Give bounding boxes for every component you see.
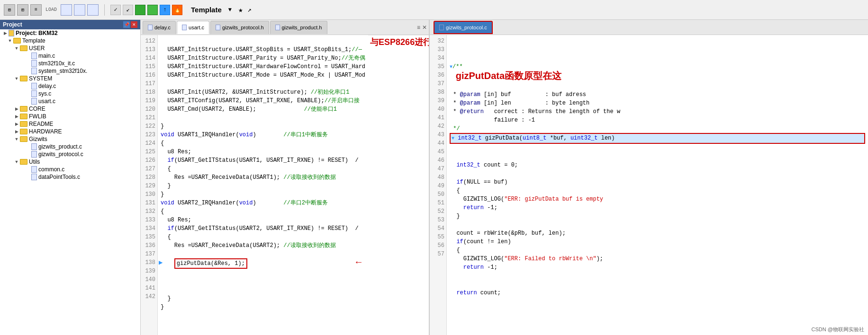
line-131: { — [161, 208, 164, 215]
expander-system[interactable]: ▼ — [13, 75, 20, 82]
toolbar-btn-down[interactable]: ↙ — [123, 5, 133, 15]
tree-item-core[interactable]: ▶ CORE — [0, 105, 140, 113]
right-line-50: count = rbWrite(&pRb, buf, len); — [450, 230, 566, 237]
gizwits-folder-icon — [20, 136, 27, 142]
tree-item-main-c[interactable]: main.c — [0, 52, 140, 60]
gizwits-protocol-icon — [31, 151, 37, 158]
tab-gizwits-product-h[interactable]: gizwits_product.h — [270, 21, 327, 34]
toolbar-separator — [104, 4, 105, 16]
toolbar-icon-file3[interactable] — [87, 4, 99, 16]
delay-c-tab-icon — [148, 25, 153, 30]
tab-delay-c[interactable]: delay.c — [143, 21, 176, 34]
template-label: Template — [22, 37, 45, 44]
right-line-38: failure : -1 — [450, 117, 535, 123]
toolbar-btn-cursor[interactable]: ↗ — [248, 6, 252, 14]
right-line-34-annotation: gizPutData函数原型在这 — [450, 71, 865, 82]
readme-folder-icon — [20, 121, 27, 127]
usart-c-icon — [31, 98, 37, 105]
tree-item-system[interactable]: ▼ SYSTEM — [0, 75, 140, 82]
template-folder-icon — [13, 38, 21, 44]
tree-item-gizwits-protocol[interactable]: gizwits_protocol.c — [0, 150, 140, 158]
expander-gizwits[interactable]: ▼ — [13, 136, 20, 142]
line-112: USART_InitStructure.USART_StopBits = USA… — [161, 46, 362, 53]
watermark-text: CSDN @物联网实验社 — [812, 326, 864, 332]
gizwits-label: Gizwits — [29, 136, 47, 142]
tree-item-datapoint-c[interactable]: dataPointTools.c — [0, 173, 140, 181]
tree-item-stm32-it[interactable]: stm32f10x_it.c — [0, 60, 140, 67]
tree-item-user[interactable]: ▼ USER — [0, 44, 140, 52]
tree-item-project-root[interactable]: ▶ Project: BKM32 — [0, 29, 140, 37]
toolbar-btn-flame[interactable]: 🔥 — [172, 5, 182, 15]
toolbar-icon-file2[interactable] — [74, 4, 85, 16]
toolbar-icon-stack[interactable]: ≡ — [30, 4, 42, 16]
datapoint-c-label: dataPointTools.c — [38, 174, 80, 180]
right-line-44: if(NULL == buf) — [450, 179, 507, 185]
tree-item-usart-c[interactable]: usart.c — [0, 97, 140, 105]
right-line-numbers: 3233343536373839404142434445464748495051… — [430, 35, 447, 335]
tree-item-hardware[interactable]: ▶ HARDWARE — [0, 128, 140, 135]
tab-close-btn[interactable]: ✕ — [422, 24, 427, 31]
expander-utils[interactable]: ▼ — [13, 159, 20, 165]
tab-gizwits-protocol-h[interactable]: gizwits_protocol.h — [210, 21, 269, 34]
toolbar-icon-grid2[interactable]: ⊞ — [17, 4, 28, 16]
tab-usart-c[interactable]: usart.c — [177, 21, 209, 34]
right-code-content: ▼/** gizPutData函数原型在这 * @param [in] buf … — [447, 35, 868, 335]
toolbar-icon-grid1[interactable]: ⊞ — [4, 4, 15, 16]
right-line-56 — [450, 281, 453, 288]
gizwits-protocol-h-tab-icon — [216, 25, 220, 30]
expander-hardware[interactable]: ▶ — [13, 128, 20, 135]
left-arrow-indicator: ▶ — [159, 258, 163, 266]
tab-list-btn[interactable]: ≡ — [417, 24, 420, 31]
sidebar-pin-btn[interactable]: 📌 — [123, 21, 130, 28]
expander-user[interactable]: ▼ — [13, 45, 20, 52]
expander-fwlib[interactable]: ▶ — [13, 113, 20, 120]
toolbar-btn-star[interactable]: ★ — [238, 5, 243, 15]
tab-bar-actions: ≡ ✕ — [417, 24, 427, 31]
tree-item-delay-c[interactable]: delay.c — [0, 82, 140, 90]
tree-item-template[interactable]: ▼ Template — [0, 37, 140, 44]
toolbar-btn-green2[interactable] — [147, 5, 158, 15]
tab-gizwits-protocol-c[interactable]: gizwits_protocol.c — [434, 21, 493, 34]
toolbar-icon-file1[interactable] — [61, 4, 72, 16]
annotation-arrow: ← — [356, 258, 362, 267]
expander-core[interactable]: ▶ — [13, 106, 20, 112]
tree-item-utils[interactable]: ▼ Utils — [0, 158, 140, 166]
main-c-icon — [31, 53, 37, 59]
expander-template[interactable]: ▼ — [7, 37, 13, 44]
gizwits-product-h-tab-icon — [275, 25, 280, 30]
utils-label: Utils — [29, 159, 40, 165]
tree-item-readme[interactable]: ▶ README — [0, 120, 140, 128]
tree-item-gizwits-product[interactable]: gizwits_product.c — [0, 143, 140, 150]
sidebar-close-btn[interactable]: ✕ — [131, 21, 137, 28]
usart-c-tab-icon — [182, 25, 187, 30]
expander-readme[interactable]: ▶ — [13, 121, 20, 127]
line-129: } — [161, 191, 164, 198]
line-122: void USART1_IRQHandler(void) //串口1中断服务 — [161, 132, 328, 138]
line-128: } — [161, 183, 171, 189]
line-127: Res =USART_ReceiveData(USART1); //读取接收到的… — [161, 174, 336, 181]
editor-panels: delay.c usart.c gizwits_protocol.h gizwi… — [141, 20, 868, 335]
line-133: if(USART_GetITStatus(USART2, USART_IT_RX… — [161, 225, 359, 232]
tree-item-common-c[interactable]: common.c — [0, 166, 140, 173]
line-115: USART_InitStructure.USART_Mode = USART_M… — [161, 72, 365, 79]
left-code-content: USART_InitStructure.USART_StopBits = USA… — [158, 35, 368, 335]
left-line-numbers: 1121131141151161171181191201211221231241… — [141, 35, 158, 335]
tree-item-sys-c[interactable]: sys.c — [0, 90, 140, 97]
tree-item-system-stm32[interactable]: system_stm32f10x. — [0, 67, 140, 75]
line-136 — [161, 251, 164, 257]
toolbar-btn-green1[interactable] — [135, 5, 145, 15]
sys-c-icon — [31, 90, 37, 97]
toolbar-btn-up[interactable]: ↑ — [160, 5, 170, 15]
toolbar-dropdown-arrow[interactable]: ▼ — [228, 7, 232, 13]
tree-item-fwlib[interactable]: ▶ FWLIB — [0, 113, 140, 120]
toolbar-btn-checkmark[interactable]: ✓ — [110, 5, 121, 15]
tree-item-gizwits[interactable]: ▼ Gizwits — [0, 135, 140, 143]
line-140 — [161, 312, 164, 319]
line-142 — [161, 329, 164, 335]
right-line-57: return count; — [450, 290, 501, 296]
left-code-view[interactable]: 1121131141151161171181191201211221231241… — [141, 35, 429, 335]
right-code-view[interactable]: 3233343536373839404142434445464748495051… — [430, 35, 868, 335]
expander-project[interactable]: ▶ — [2, 30, 9, 36]
line-134: { — [161, 234, 171, 240]
right-line-32 — [450, 55, 453, 62]
